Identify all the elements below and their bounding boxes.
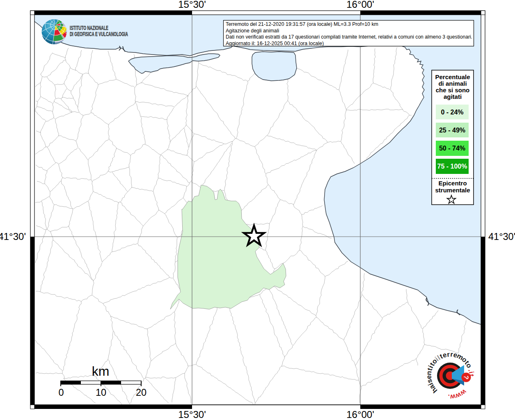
svg-text:16°00': 16°00' [346, 0, 374, 10]
svg-text:0 - 24%: 0 - 24% [441, 109, 463, 116]
svg-text:km: km [92, 364, 110, 379]
svg-text:strumentale: strumentale [435, 187, 470, 194]
svg-text:50 - 74%: 50 - 74% [439, 145, 465, 152]
svg-text:Percentuale: Percentuale [435, 73, 470, 80]
svg-text:Aggiornato il: 16-12-2025 00:4: Aggiornato il: 16-12-2025 00:41 (ora loc… [226, 41, 324, 46]
svg-text:75 - 100%: 75 - 100% [437, 163, 467, 170]
svg-text:0: 0 [58, 387, 64, 398]
svg-text:Dati non verificati estratti d: Dati non verificati estratti da 17 quest… [226, 34, 472, 40]
svg-text:agitati: agitati [444, 93, 462, 100]
svg-text:20: 20 [136, 387, 146, 398]
svg-text:41°30': 41°30' [488, 231, 515, 242]
svg-text:15°30': 15°30' [178, 409, 206, 420]
svg-text:41°30': 41°30' [0, 231, 26, 242]
svg-text:ISTITUTO NAZIONALE: ISTITUTO NAZIONALE [70, 25, 108, 31]
svg-text:Agitazione degli animali: Agitazione degli animali [226, 28, 279, 34]
svg-text:15°30': 15°30' [178, 0, 206, 10]
svg-text:di animali: di animali [438, 80, 467, 87]
svg-text:16°00': 16°00' [346, 409, 374, 420]
svg-text:Terremoto del 21-12-2020 19:31: Terremoto del 21-12-2020 19:31:57 (ora l… [226, 21, 378, 27]
svg-text:10: 10 [96, 387, 106, 398]
svg-text:che si sono: che si sono [436, 87, 470, 94]
svg-text:Epicentro: Epicentro [438, 180, 467, 187]
svg-text:DI GEOFISICA E VULCANOLOGIA: DI GEOFISICA E VULCANOLOGIA [70, 31, 128, 37]
svg-text:25 - 49%: 25 - 49% [439, 127, 465, 134]
